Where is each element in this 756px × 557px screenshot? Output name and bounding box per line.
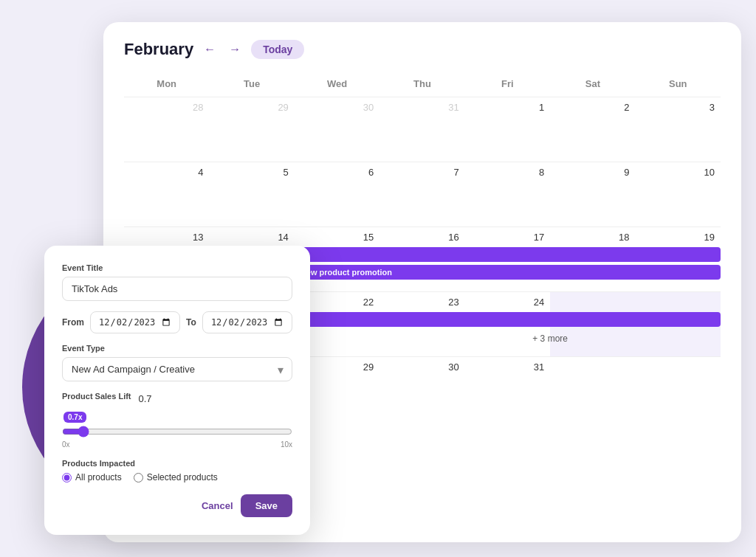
selected-products-radio[interactable] xyxy=(134,473,143,482)
selected-products-text: Selected products xyxy=(147,472,218,482)
cal-cell[interactable]: 4 xyxy=(124,162,209,226)
cal-cell[interactable]: 23 xyxy=(379,291,464,356)
event-modal: Event Title From To Event Type New Ad Ca… xyxy=(44,246,310,535)
cal-cell[interactable]: 28 xyxy=(124,97,209,162)
event-type-select-wrapper: New Ad Campaign / Creative Promotion Pre… xyxy=(62,357,292,381)
to-label: To xyxy=(186,317,196,328)
day-tue: Tue xyxy=(209,74,294,97)
next-month-button[interactable]: → xyxy=(226,41,244,58)
day-sat: Sat xyxy=(550,74,635,97)
prev-month-button[interactable]: ← xyxy=(201,41,219,58)
today-button[interactable]: Today xyxy=(251,40,304,59)
cal-cell[interactable]: 2 xyxy=(550,97,635,162)
day-wed: Wed xyxy=(295,74,379,97)
product-lift-slider[interactable] xyxy=(62,426,292,437)
cancel-button[interactable]: Cancel xyxy=(202,500,233,511)
products-impacted-label: Products Impacted xyxy=(62,459,292,468)
calendar-header: February ← → Today xyxy=(124,40,721,59)
product-sales-lift-value: 0.7 xyxy=(139,393,152,404)
event-type-select[interactable]: New Ad Campaign / Creative Promotion Pre… xyxy=(62,357,292,381)
cal-cell[interactable]: 8 xyxy=(465,162,550,226)
event-type-label: Event Type xyxy=(62,344,292,353)
all-products-label[interactable]: All products xyxy=(62,472,122,482)
from-label: From xyxy=(62,317,84,328)
to-date-input[interactable] xyxy=(202,311,292,333)
cal-cell[interactable]: 19 xyxy=(636,226,721,291)
cal-cell[interactable]: 16 xyxy=(379,226,464,291)
event-title-label: Event Title xyxy=(62,263,292,272)
slider-labels: 0x 10x xyxy=(62,440,292,449)
slider-container: 0.7x 0x 10x xyxy=(62,409,292,449)
cal-cell[interactable]: 3 xyxy=(636,97,721,162)
save-button[interactable]: Save xyxy=(241,494,292,517)
cal-cell[interactable]: 1 xyxy=(465,97,550,162)
event-title-input[interactable] xyxy=(62,277,292,301)
products-radio-group: All products Selected products xyxy=(62,472,292,482)
cal-cell[interactable] xyxy=(550,291,635,356)
all-products-text: All products xyxy=(75,472,122,482)
all-products-radio[interactable] xyxy=(62,473,72,482)
cal-cell[interactable]: 29 xyxy=(209,97,294,162)
product-sales-lift-label: Product Sales Lift xyxy=(62,392,131,401)
day-fri: Fri xyxy=(465,74,550,97)
day-mon: Mon xyxy=(124,74,209,97)
cal-cell[interactable]: 18 xyxy=(550,226,635,291)
slider-max: 10x xyxy=(281,440,292,449)
cal-cell[interactable]: 30 xyxy=(295,97,379,162)
modal-footer: Cancel Save xyxy=(62,494,292,517)
cal-cell[interactable]: 10 xyxy=(636,162,721,226)
week-row-2: 4 5 6 7 8 9 10 xyxy=(124,162,721,226)
slider-min: 0x xyxy=(62,440,70,449)
date-range-row: From To xyxy=(62,311,292,333)
slider-tooltip: 0.7x xyxy=(63,412,86,423)
cal-cell[interactable]: 24 xyxy=(465,291,550,356)
cal-cell[interactable]: 9 xyxy=(550,162,635,226)
cal-cell[interactable]: 31 xyxy=(379,97,464,162)
cal-cell[interactable]: 6 xyxy=(295,162,379,226)
product-sales-lift-row: Product Sales Lift 0.7 xyxy=(62,392,292,405)
cal-cell[interactable] xyxy=(550,356,635,421)
cal-cell[interactable]: 30 xyxy=(379,356,464,421)
cal-cell[interactable]: 5 xyxy=(209,162,294,226)
day-headers: Mon Tue Wed Thu Fri Sat Sun xyxy=(124,74,721,97)
day-thu: Thu xyxy=(379,74,464,97)
products-section: Products Impacted All products Selected … xyxy=(62,459,292,482)
cal-cell[interactable] xyxy=(636,291,721,356)
day-sun: Sun xyxy=(636,74,721,97)
selected-products-label[interactable]: Selected products xyxy=(134,472,218,482)
cal-cell[interactable]: 7 xyxy=(379,162,464,226)
calendar-title: February xyxy=(124,40,193,59)
week-row-1: 28 29 30 31 1 2 3 xyxy=(124,97,721,162)
from-date-input[interactable] xyxy=(90,311,180,333)
cal-cell[interactable]: 31 xyxy=(465,356,550,421)
cal-cell[interactable] xyxy=(636,356,721,421)
cal-cell[interactable]: 17 xyxy=(465,226,550,291)
